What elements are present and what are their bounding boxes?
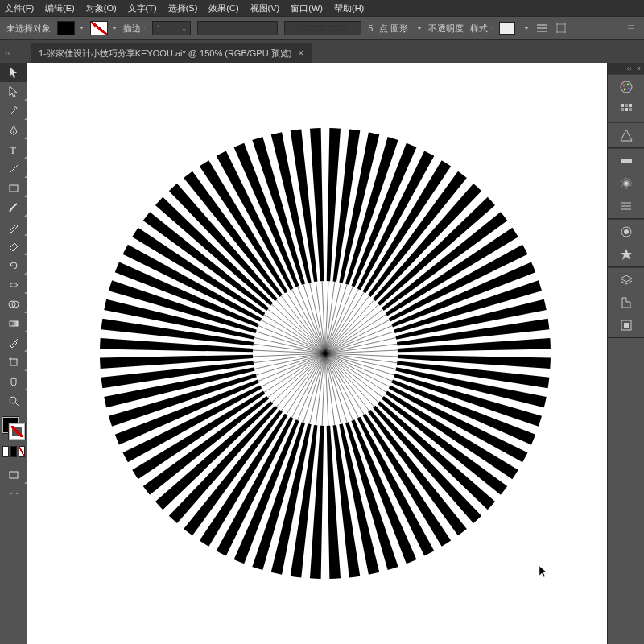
- svg-rect-3: [537, 27, 547, 29]
- svg-rect-2: [537, 24, 547, 26]
- color-mode-color[interactable]: [2, 446, 9, 457]
- menu-effect[interactable]: 效果(C): [208, 2, 238, 14]
- tool-pencil[interactable]: [0, 217, 27, 237]
- menu-window[interactable]: 窗口(W): [291, 2, 323, 14]
- brush-definition[interactable]: [284, 21, 361, 35]
- panel-gradient-icon[interactable]: [615, 175, 638, 192]
- edit-toolbar-button[interactable]: ⋯: [0, 485, 27, 504]
- menu-object[interactable]: 对象(O): [86, 2, 117, 14]
- variable-width-profile[interactable]: [197, 21, 278, 35]
- svg-line-23: [325, 353, 353, 420]
- svg-rect-88: [10, 321, 18, 326]
- svg-line-76: [325, 320, 390, 353]
- tool-rectangle[interactable]: [0, 179, 27, 198]
- svg-line-69: [325, 289, 359, 353]
- dock-header[interactable]: ‹‹×: [608, 63, 644, 74]
- svg-line-49: [256, 332, 325, 353]
- menu-type[interactable]: 文字(T): [128, 2, 157, 14]
- menu-select[interactable]: 选择(S): [168, 2, 198, 14]
- stroke-color-indicator[interactable]: [9, 423, 25, 440]
- panel-assets-icon[interactable]: [615, 294, 638, 312]
- svg-line-33: [291, 353, 325, 418]
- panel-transparency-icon[interactable]: [615, 197, 638, 215]
- tool-eyedropper[interactable]: [0, 333, 27, 353]
- point-shape-label: 点 圆形: [379, 23, 408, 35]
- svg-rect-4: [537, 31, 547, 32]
- svg-rect-85: [10, 185, 18, 192]
- canvas[interactable]: [27, 63, 607, 644]
- document-tab-bar: 1-张家佳设计小技巧分享KEYOOU.ai* @ 150% (RGB/GPU 预…: [0, 40, 644, 63]
- svg-rect-102: [629, 104, 632, 107]
- svg-rect-5: [557, 24, 565, 32]
- svg-line-68: [325, 287, 353, 353]
- tool-width[interactable]: [0, 275, 27, 295]
- close-tab-icon[interactable]: ×: [298, 47, 303, 59]
- color-mode-none[interactable]: [19, 446, 25, 457]
- tool-selection[interactable]: [0, 63, 27, 82]
- svg-line-51: [261, 320, 325, 353]
- svg-point-82: [13, 131, 14, 133]
- svg-point-8: [556, 31, 558, 33]
- tool-rotate[interactable]: [0, 256, 27, 275]
- color-mode-row: [0, 446, 27, 460]
- svg-line-40: [261, 353, 325, 387]
- panel-stroke-icon[interactable]: [615, 152, 638, 170]
- tool-artboard[interactable]: [0, 353, 27, 372]
- point-value: 5: [368, 23, 373, 33]
- svg-rect-89: [10, 359, 17, 365]
- svg-line-24: [325, 353, 347, 423]
- svg-point-9: [564, 31, 566, 33]
- panel-graphic-styles-icon[interactable]: [615, 246, 638, 263]
- graphic-style-swatch[interactable]: [499, 22, 515, 35]
- menu-help[interactable]: 帮助(H): [334, 2, 364, 14]
- color-mode-gradient[interactable]: [10, 446, 17, 457]
- align-icon[interactable]: [535, 22, 548, 35]
- screen-mode-normal[interactable]: [0, 465, 27, 485]
- svg-rect-100: [621, 104, 624, 107]
- menu-view[interactable]: 视图(V): [250, 2, 280, 14]
- svg-rect-105: [629, 108, 632, 111]
- tool-direct-selection[interactable]: [0, 82, 27, 101]
- svg-line-58: [291, 289, 325, 353]
- svg-line-93: [15, 402, 19, 406]
- tool-paintbrush[interactable]: [0, 198, 27, 217]
- svg-line-15: [325, 353, 390, 387]
- menu-edit[interactable]: 编辑(E): [45, 2, 75, 14]
- tool-type[interactable]: T: [0, 140, 27, 159]
- menu-bar: 文件(F) 编辑(E) 对象(O) 文字(T) 选择(S) 效果(C) 视图(V…: [0, 0, 644, 16]
- tool-pen[interactable]: [0, 121, 27, 140]
- svg-line-50: [258, 326, 325, 353]
- svg-line-14: [325, 353, 392, 381]
- fill-swatch[interactable]: [57, 21, 75, 35]
- tool-eraser[interactable]: [0, 237, 27, 256]
- tool-magic-wand[interactable]: [0, 101, 27, 121]
- svg-line-67: [325, 284, 347, 353]
- transform-icon[interactable]: [555, 22, 568, 35]
- tool-line[interactable]: [0, 159, 27, 179]
- stroke-swatch[interactable]: [90, 21, 108, 35]
- tab-scroll-arrows[interactable]: ‹‹: [5, 45, 21, 60]
- opacity-label[interactable]: 不透明度: [428, 23, 464, 35]
- panel-appearance-icon[interactable]: [615, 223, 638, 241]
- tool-hand[interactable]: [0, 372, 27, 391]
- fill-stroke-indicator[interactable]: [0, 414, 27, 446]
- svg-rect-101: [625, 104, 628, 107]
- panel-swatches-icon[interactable]: [615, 101, 638, 118]
- panel-color-guide-icon[interactable]: [615, 126, 638, 144]
- tool-zoom[interactable]: [0, 391, 27, 411]
- svg-line-41: [258, 353, 325, 381]
- menu-file[interactable]: 文件(F): [5, 2, 34, 14]
- panel-artboards-icon[interactable]: [615, 316, 638, 334]
- panel-color-icon[interactable]: [615, 78, 638, 96]
- stroke-weight-input[interactable]: ⌃ ⌄: [152, 21, 191, 35]
- tool-shape-builder[interactable]: [0, 295, 27, 314]
- panel-layers-icon[interactable]: [615, 271, 638, 289]
- panel-menu-icon[interactable]: ☰: [625, 22, 638, 35]
- svg-line-32: [298, 353, 325, 420]
- tool-gradient[interactable]: [0, 314, 27, 333]
- selection-status: 未选择对象: [6, 23, 51, 35]
- svg-line-59: [298, 287, 325, 353]
- svg-point-96: [622, 85, 625, 87]
- tool-panel: T ⋯: [0, 63, 27, 644]
- document-tab[interactable]: 1-张家佳设计小技巧分享KEYOOU.ai* @ 150% (RGB/GPU 预…: [31, 43, 312, 63]
